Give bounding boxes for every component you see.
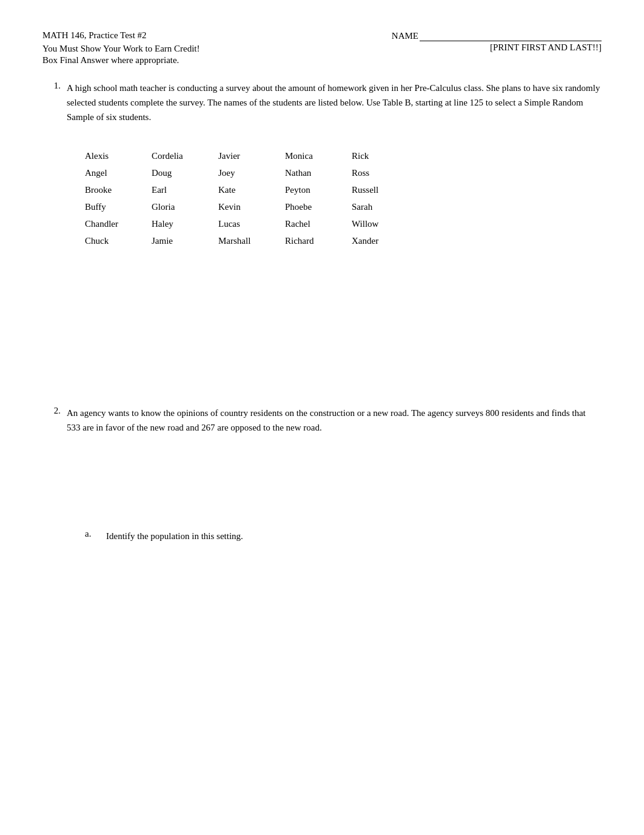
- name-earl: Earl: [152, 183, 218, 197]
- name-gloria: Gloria: [152, 200, 218, 214]
- name-xander: Xander: [352, 233, 418, 248]
- print-instruction: [PRINT FIRST AND LAST!!]: [490, 42, 602, 54]
- question-2a-text: Identify the population in this setting.: [106, 529, 243, 543]
- names-col-4: Monica Nathan Peyton Phoebe Rachel Richa…: [285, 149, 352, 248]
- question-1-answer-space: [67, 248, 602, 369]
- question-2-number: 2.: [42, 406, 67, 543]
- box-line: Box Final Answer where appropriate.: [42, 55, 179, 65]
- question-2-answer-space: [67, 444, 602, 517]
- name-nathan: Nathan: [285, 166, 352, 180]
- name-angel: Angel: [85, 166, 152, 180]
- name-ross: Ross: [352, 166, 418, 180]
- name-chandler: Chandler: [85, 216, 152, 231]
- name-joey: Joey: [218, 166, 285, 180]
- name-brooke: Brooke: [85, 183, 152, 197]
- name-richard: Richard: [285, 233, 352, 248]
- name-jamie: Jamie: [152, 233, 218, 248]
- name-javier: Javier: [218, 149, 285, 163]
- question-1-number: 1.: [42, 81, 67, 369]
- name-kate: Kate: [218, 183, 285, 197]
- question-2: 2. An agency wants to know the opinions …: [42, 406, 602, 543]
- name-sarah: Sarah: [352, 200, 418, 214]
- question-1-content: A high school math teacher is conducting…: [67, 81, 602, 369]
- questions-section: 1. A high school math teacher is conduct…: [42, 81, 602, 543]
- names-col-5: Rick Ross Russell Sarah Willow Xander: [352, 149, 418, 248]
- question-2a: a. Identify the population in this setti…: [85, 529, 602, 543]
- subtitle: You Must Show Your Work to Earn Credit!: [42, 44, 200, 54]
- name-cordelia: Cordelia: [152, 149, 218, 163]
- course-title: MATH 146, Practice Test #2: [42, 30, 147, 41]
- names-col-3: Javier Joey Kate Kevin Lucas Marshall: [218, 149, 285, 248]
- name-lucas: Lucas: [218, 216, 285, 231]
- name-haley: Haley: [152, 216, 218, 231]
- question-1-text: A high school math teacher is conducting…: [67, 81, 602, 124]
- name-rachel: Rachel: [285, 216, 352, 231]
- names-col-1: Alexis Angel Brooke Buffy Chandler Chuck: [85, 149, 152, 248]
- name-buffy: Buffy: [85, 200, 152, 214]
- name-monica: Monica: [285, 149, 352, 163]
- name-doug: Doug: [152, 166, 218, 180]
- name-alexis: Alexis: [85, 149, 152, 163]
- names-col-2: Cordelia Doug Earl Gloria Haley Jamie: [152, 149, 218, 248]
- name-willow: Willow: [352, 216, 418, 231]
- name-peyton: Peyton: [285, 183, 352, 197]
- names-grid: Alexis Angel Brooke Buffy Chandler Chuck…: [85, 149, 602, 248]
- question-2-text: An agency wants to know the opinions of …: [67, 406, 602, 435]
- question-2a-label: a.: [85, 529, 106, 543]
- header-section: MATH 146, Practice Test #2 NAME You Must…: [42, 30, 602, 65]
- question-1: 1. A high school math teacher is conduct…: [42, 81, 602, 369]
- name-chuck: Chuck: [85, 233, 152, 248]
- name-phoebe: Phoebe: [285, 200, 352, 214]
- name-label: NAME: [392, 31, 418, 41]
- name-rick: Rick: [352, 149, 418, 163]
- name-russell: Russell: [352, 183, 418, 197]
- name-underline[interactable]: [420, 30, 602, 41]
- name-marshall: Marshall: [218, 233, 285, 248]
- name-kevin: Kevin: [218, 200, 285, 214]
- question-2-content: An agency wants to know the opinions of …: [67, 406, 602, 543]
